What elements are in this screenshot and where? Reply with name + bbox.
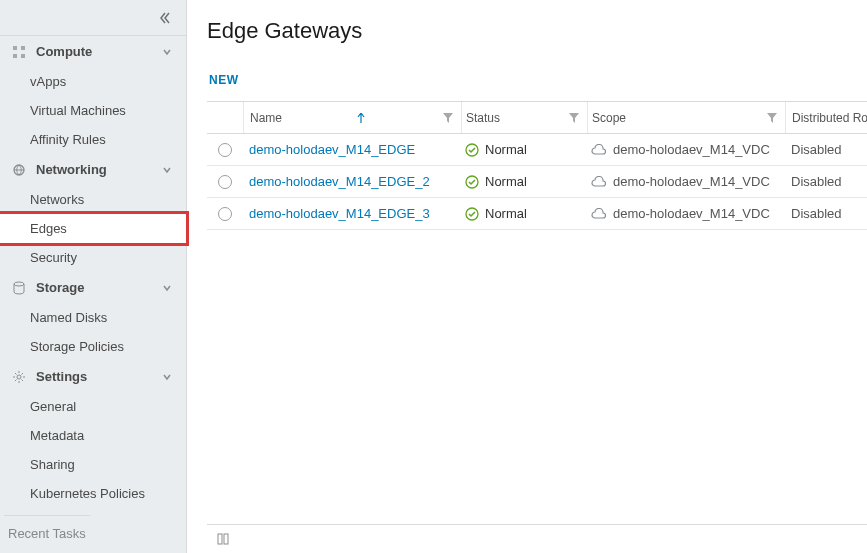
toolbar: NEW	[207, 72, 867, 101]
filter-icon[interactable]	[767, 113, 777, 123]
filter-icon[interactable]	[569, 113, 579, 123]
nav-section-label: Networking	[36, 162, 107, 177]
section-icon	[12, 370, 28, 384]
nav-item-edges[interactable]: Edges	[0, 214, 186, 243]
row-select-radio[interactable]	[218, 207, 232, 221]
column-header-routing-label: Distributed Routing	[792, 111, 867, 125]
routing-label: Disabled	[791, 174, 842, 189]
column-header-scope[interactable]: Scope	[587, 102, 785, 133]
svg-rect-11	[224, 534, 228, 544]
row-select-radio[interactable]	[218, 175, 232, 189]
status-label: Normal	[485, 174, 527, 189]
scope-label: demo-holodaev_M14_VDC	[613, 142, 770, 157]
edge-name-link[interactable]: demo-holodaev_M14_EDGE_2	[249, 174, 430, 189]
filter-icon[interactable]	[443, 113, 453, 123]
section-icon	[12, 163, 28, 177]
nav-item-vapps[interactable]: vApps	[0, 67, 186, 96]
nav-section-storage[interactable]: Storage	[0, 272, 186, 303]
nav-item-metadata[interactable]: Metadata	[0, 421, 186, 450]
nav-section-label: Settings	[36, 369, 87, 384]
svg-rect-2	[13, 54, 17, 58]
nav-section-compute[interactable]: Compute	[0, 36, 186, 67]
routing-label: Disabled	[791, 142, 842, 157]
cloud-icon	[591, 208, 607, 220]
status-cell: Normal	[465, 142, 527, 157]
nav-item-general[interactable]: General	[0, 392, 186, 421]
column-header-name-label: Name	[250, 111, 282, 125]
column-header-routing[interactable]: Distributed Routing	[785, 102, 867, 133]
grid-body: demo-holodaev_M14_EDGENormaldemo-holodae…	[207, 134, 867, 230]
main-content: Edge Gateways NEW Name Status	[187, 0, 867, 553]
table-row: demo-holodaev_M14_EDGE_2Normaldemo-holod…	[207, 166, 867, 198]
scope-label: demo-holodaev_M14_VDC	[613, 174, 770, 189]
svg-rect-1	[21, 46, 25, 50]
scope-cell: demo-holodaev_M14_VDC	[591, 142, 770, 157]
scope-cell: demo-holodaev_M14_VDC	[591, 206, 770, 221]
nav-item-kubernetes-policies[interactable]: Kubernetes Policies	[0, 479, 186, 508]
status-cell: Normal	[465, 174, 527, 189]
sidebar: ComputevAppsVirtual MachinesAffinity Rul…	[0, 0, 187, 553]
section-icon	[12, 281, 28, 295]
sort-asc-icon	[357, 113, 365, 123]
recent-tasks-label: Recent Tasks	[8, 526, 86, 541]
nav-section-label: Storage	[36, 280, 84, 295]
svg-point-5	[14, 282, 24, 286]
column-header-select	[207, 102, 243, 133]
nav-item-security[interactable]: Security	[0, 243, 186, 272]
columns-toggle-icon[interactable]	[217, 533, 857, 545]
column-header-status-label: Status	[466, 111, 500, 125]
nav-item-storage-policies[interactable]: Storage Policies	[0, 332, 186, 361]
status-label: Normal	[485, 142, 527, 157]
nav: ComputevAppsVirtual MachinesAffinity Rul…	[0, 36, 186, 508]
page-title: Edge Gateways	[207, 18, 867, 44]
nav-item-named-disks[interactable]: Named Disks	[0, 303, 186, 332]
edge-name-link[interactable]: demo-holodaev_M14_EDGE_3	[249, 206, 430, 221]
scope-label: demo-holodaev_M14_VDC	[613, 206, 770, 221]
edge-name-link[interactable]: demo-holodaev_M14_EDGE	[249, 142, 415, 157]
status-label: Normal	[485, 206, 527, 221]
chevron-down-icon	[162, 372, 172, 382]
cloud-icon	[591, 176, 607, 188]
status-ok-icon	[465, 207, 479, 221]
svg-point-6	[17, 375, 21, 379]
status-ok-icon	[465, 175, 479, 189]
grid-header: Name Status Scope	[207, 102, 867, 134]
column-header-scope-label: Scope	[592, 111, 626, 125]
cloud-icon	[591, 144, 607, 156]
column-header-status[interactable]: Status	[461, 102, 587, 133]
data-grid: Name Status Scope	[207, 101, 867, 230]
section-icon	[12, 45, 28, 59]
nav-section-label: Compute	[36, 44, 92, 59]
nav-item-sharing[interactable]: Sharing	[0, 450, 186, 479]
status-ok-icon	[465, 143, 479, 157]
table-row: demo-holodaev_M14_EDGENormaldemo-holodae…	[207, 134, 867, 166]
chevron-down-icon	[162, 47, 172, 57]
grid-footer	[207, 524, 867, 553]
new-button[interactable]: NEW	[209, 73, 239, 87]
svg-rect-10	[218, 534, 222, 544]
routing-label: Disabled	[791, 206, 842, 221]
nav-item-networks[interactable]: Networks	[0, 185, 186, 214]
nav-item-affinity-rules[interactable]: Affinity Rules	[0, 125, 186, 154]
nav-section-networking[interactable]: Networking	[0, 154, 186, 185]
nav-item-virtual-machines[interactable]: Virtual Machines	[0, 96, 186, 125]
sidebar-collapse-button[interactable]	[0, 0, 186, 36]
row-select-radio[interactable]	[218, 143, 232, 157]
status-cell: Normal	[465, 206, 527, 221]
collapse-icon	[158, 11, 172, 25]
chevron-down-icon	[162, 165, 172, 175]
nav-section-settings[interactable]: Settings	[0, 361, 186, 392]
chevron-down-icon	[162, 283, 172, 293]
table-row: demo-holodaev_M14_EDGE_3Normaldemo-holod…	[207, 198, 867, 230]
svg-rect-3	[21, 54, 25, 58]
scope-cell: demo-holodaev_M14_VDC	[591, 174, 770, 189]
svg-rect-0	[13, 46, 17, 50]
column-header-name[interactable]: Name	[243, 102, 461, 133]
recent-tasks[interactable]: Recent Tasks	[4, 515, 90, 551]
